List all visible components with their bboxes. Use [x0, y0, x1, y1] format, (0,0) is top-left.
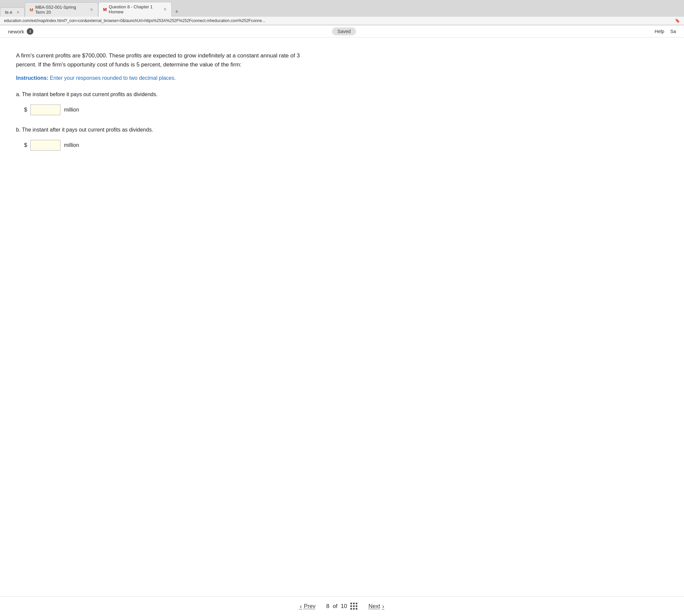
- header-left: nework i: [8, 28, 34, 35]
- instructions: Instructions: Enter your responses round…: [16, 75, 668, 81]
- tab-3[interactable]: M Question 8 - Chapter 1 Homew ✕: [98, 2, 172, 17]
- dollar-sign-b: $: [24, 142, 27, 149]
- sub-question-b: b. The instant after it pays out current…: [16, 126, 668, 134]
- tab-bar: te.e ✕ M MBA-552-001-Spring Term 20 ✕ M …: [0, 0, 684, 17]
- dollar-sign-a: $: [24, 107, 27, 113]
- tab-1[interactable]: te.e ✕: [0, 7, 25, 17]
- tab-3-label: Question 8 - Chapter 1 Homew: [109, 4, 159, 14]
- main-content: A firm's current profits are $700,000. T…: [0, 38, 684, 600]
- homework-label: nework: [8, 29, 24, 35]
- tab-2[interactable]: M MBA-552-001-Spring Term 20 ✕: [25, 2, 98, 17]
- sub-question-a: a. The instant before it pays out curren…: [16, 90, 668, 98]
- tab-3-icon: M: [103, 7, 107, 12]
- header-right: Help Sa: [655, 29, 676, 34]
- address-bar: education.com/ext/map/index.html?_con=co…: [0, 17, 684, 25]
- question-body: A firm's current profits are $700,000. T…: [16, 51, 317, 69]
- tab-3-close[interactable]: ✕: [163, 7, 167, 12]
- tab-2-icon: M: [30, 7, 34, 12]
- bookmark-icon[interactable]: 🔖: [675, 18, 680, 23]
- bottom-navigation: ‹ Prev 8 of 10 Next ›: [0, 596, 684, 600]
- million-label-a: million: [64, 107, 79, 113]
- help-link[interactable]: Help: [655, 29, 664, 34]
- address-text: education.com/ext/map/index.html?_con=co…: [4, 18, 672, 23]
- app-header: nework i Saved Help Sa: [0, 25, 684, 38]
- answer-row-a: $ million: [24, 105, 668, 115]
- tab-1-close[interactable]: ✕: [16, 10, 20, 15]
- answer-row-b: $ million: [24, 140, 668, 151]
- tab-1-label: te.e: [5, 10, 12, 15]
- tab-2-label: MBA-552-001-Spring Term 20: [36, 5, 86, 15]
- save-link[interactable]: Sa: [670, 29, 676, 34]
- info-icon[interactable]: i: [27, 28, 34, 35]
- saved-badge: Saved: [332, 27, 356, 36]
- saved-badge-container: Saved: [332, 28, 356, 35]
- instructions-text: Enter your responses rounded to two deci…: [48, 75, 176, 81]
- input-a[interactable]: [30, 105, 61, 115]
- instructions-label: Instructions:: [16, 75, 48, 81]
- input-b[interactable]: [30, 140, 61, 151]
- browser-chrome: te.e ✕ M MBA-552-001-Spring Term 20 ✕ M …: [0, 0, 684, 25]
- new-tab-button[interactable]: +: [172, 7, 182, 17]
- million-label-b: million: [64, 142, 79, 148]
- tab-2-close[interactable]: ✕: [90, 7, 93, 12]
